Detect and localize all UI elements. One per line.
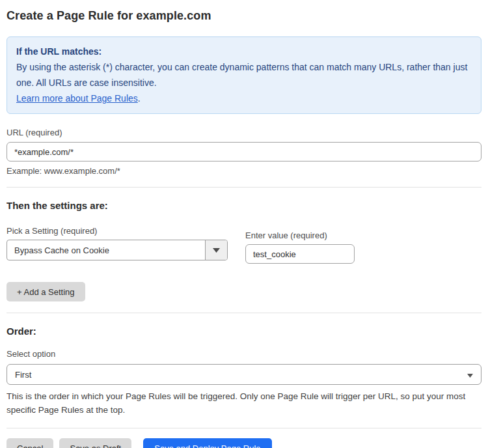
- url-label: URL (required): [7, 128, 481, 137]
- link-period: .: [138, 93, 141, 104]
- setting-select-group: Pick a Setting (required) Bypass Cache o…: [7, 226, 228, 260]
- save-draft-button[interactable]: Save as Draft: [59, 438, 131, 448]
- setting-select[interactable]: Bypass Cache on Cookie: [7, 240, 228, 260]
- footer-actions: Cancel Save as Draft Save and Deploy Pag…: [7, 438, 481, 448]
- learn-more-link[interactable]: Learn more about Page Rules: [16, 93, 138, 104]
- url-section: URL (required) Example: www.example.com/…: [7, 128, 481, 176]
- divider-middle: [7, 313, 481, 313]
- setting-select-value: Bypass Cache on Cookie: [7, 240, 205, 260]
- add-setting-button[interactable]: + Add a Setting: [7, 282, 85, 301]
- order-heading: Order:: [7, 326, 481, 337]
- settings-row: Pick a Setting (required) Bypass Cache o…: [7, 226, 481, 264]
- cancel-button[interactable]: Cancel: [7, 438, 53, 448]
- info-box-link-line: Learn more about Page Rules.: [16, 91, 472, 106]
- info-box-heading: If the URL matches:: [16, 44, 472, 59]
- create-page-rule-form: Create a Page Rule for example.com If th…: [0, 0, 488, 448]
- setting-value-input[interactable]: [245, 244, 355, 264]
- url-match-info-box: If the URL matches: By using the asteris…: [7, 36, 481, 114]
- order-select-value: First: [15, 370, 31, 380]
- setting-select-label: Pick a Setting (required): [7, 226, 228, 236]
- url-input[interactable]: [7, 142, 481, 161]
- order-select[interactable]: First: [7, 364, 481, 385]
- setting-value-label: Enter value (required): [245, 231, 355, 240]
- divider-top: [7, 187, 481, 188]
- order-select-label: Select option: [7, 349, 481, 359]
- info-box-body: By using the asterisk (*) character, you…: [16, 59, 472, 91]
- page-title: Create a Page Rule for example.com: [7, 9, 481, 23]
- chevron-down-icon: [467, 369, 473, 380]
- url-example-helper: Example: www.example.com/*: [7, 166, 481, 176]
- save-deploy-button[interactable]: Save and Deploy Page Rule: [143, 438, 271, 448]
- order-helper-text: This is the order in which your Page Rul…: [7, 389, 481, 417]
- settings-heading: Then the settings are:: [7, 200, 481, 211]
- setting-value-group: Enter value (required): [245, 231, 355, 264]
- chevron-down-icon[interactable]: [205, 240, 227, 260]
- divider-bottom: [7, 428, 481, 428]
